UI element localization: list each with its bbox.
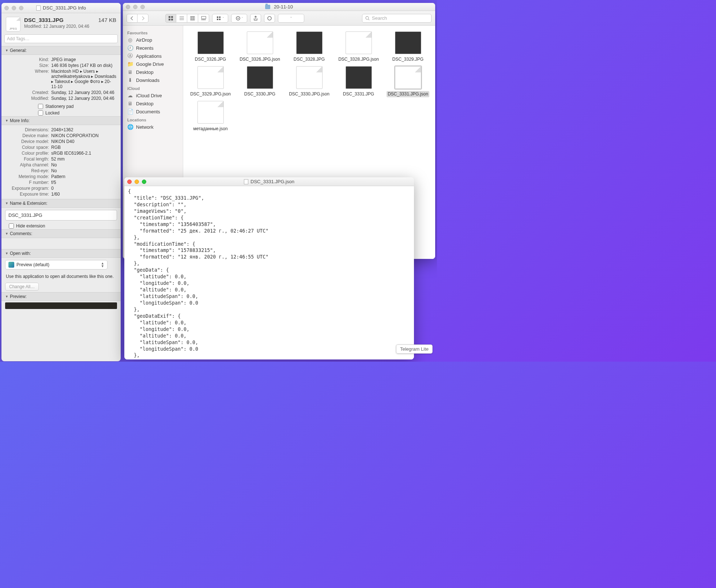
finder-titlebar[interactable]: 20-11-10 <box>123 3 435 11</box>
image-thumbnail-icon <box>395 31 421 54</box>
image-thumbnail-icon <box>197 31 224 54</box>
file-item[interactable]: метаданные.json <box>187 101 234 132</box>
svg-rect-12 <box>203 19 204 20</box>
svg-line-22 <box>368 19 369 20</box>
svg-rect-11 <box>201 19 203 20</box>
folder-icon <box>265 5 270 9</box>
locked-checkbox[interactable]: Locked <box>1 110 121 116</box>
svg-rect-0 <box>169 16 170 18</box>
sidebar-heading-locations: Locations <box>123 116 183 123</box>
file-item[interactable]: DSC_3331.JPG <box>335 66 382 97</box>
file-label: DSC_3328.JPG.json <box>337 56 380 63</box>
window-title: DSC_3331.JPG Info <box>1 5 121 11</box>
open-with-select[interactable]: Preview (default) ▲▼ <box>5 260 108 270</box>
applications-icon: Ⓐ <box>127 53 133 59</box>
sidebar-item-airdrop[interactable]: ◎AirDrop <box>123 36 183 44</box>
search-icon <box>365 16 370 20</box>
airdrop-icon: ◎ <box>127 37 133 43</box>
back-button[interactable] <box>127 14 137 23</box>
info-titlebar[interactable]: DSC_3331.JPG Info <box>1 3 121 13</box>
file-item[interactable]: DSC_3328.JPG <box>286 31 333 63</box>
preview-app-icon <box>8 262 14 268</box>
value-where: Macintosh HD ▸ Users ▸ anzhelikatretyako… <box>51 69 117 89</box>
image-thumbnail-icon <box>346 66 372 89</box>
hide-extension-checkbox[interactable]: Hide extension <box>1 223 121 229</box>
file-item[interactable]: DSC_3329.JPG.json <box>187 66 234 97</box>
sidebar-item-recents[interactable]: 🕘Recents <box>123 44 183 52</box>
sidebar-item-documents[interactable]: 📄Documents <box>123 108 183 116</box>
sidebar-item-desktop-icloud[interactable]: 🖥Desktop <box>123 99 183 108</box>
file-icon: JPEG <box>6 17 20 31</box>
file-item[interactable]: DSC_3330.JPG.json <box>286 66 333 97</box>
file-label: DSC_3331.JPG.json <box>387 91 429 97</box>
document-thumbnail-icon <box>346 31 372 54</box>
textedit-window: DSC_3331.JPG.json { "title": "DSC_3331.J… <box>124 177 414 359</box>
search-placeholder: Search <box>372 15 387 21</box>
image-thumbnail-icon <box>296 31 323 54</box>
sidebar-item-gdrive[interactable]: 📁Google Drive <box>123 60 183 68</box>
svg-rect-14 <box>217 16 218 18</box>
desktop-icon: 🖥 <box>127 101 133 106</box>
document-thumbnail-icon <box>197 66 224 89</box>
svg-point-21 <box>366 16 369 19</box>
file-item[interactable]: DSC_3331.JPG.json <box>384 66 432 97</box>
label-size: Size: <box>5 63 49 68</box>
file-item[interactable]: DSC_3330.JPG <box>236 66 283 97</box>
svg-rect-15 <box>219 16 221 18</box>
section-open-with[interactable]: ▼Open with: <box>1 249 121 258</box>
section-preview[interactable]: ▼Preview: <box>1 292 121 301</box>
sidebar-item-iclouddrive[interactable]: ☁iCloud Drive <box>123 91 183 99</box>
dropdown-button[interactable]: ˇ <box>278 14 304 23</box>
share-button[interactable] <box>250 14 261 23</box>
stationery-checkbox[interactable]: Stationery pad <box>1 103 121 110</box>
disclosure-triangle-icon: ▼ <box>5 49 8 52</box>
network-icon: 🌐 <box>127 124 133 130</box>
view-gallery-button[interactable] <box>198 14 209 23</box>
disclosure-triangle-icon: ▼ <box>5 201 8 205</box>
file-label: DSC_3331.JPG <box>342 91 375 97</box>
textedit-titlebar[interactable]: DSC_3331.JPG.json <box>124 177 414 186</box>
svg-rect-10 <box>201 16 206 19</box>
view-icon-button[interactable] <box>165 14 176 23</box>
arrange-button[interactable]: ˇ <box>212 14 228 23</box>
document-icon <box>36 5 41 11</box>
file-item[interactable]: DSC_3326.JPG <box>187 31 234 63</box>
view-list-button[interactable] <box>176 14 187 23</box>
section-general[interactable]: ▼General: <box>1 46 121 55</box>
document-thumbnail-icon <box>247 31 273 54</box>
value-size: 146 836 bytes (147 KB on disk) <box>51 63 117 68</box>
cloud-icon: ☁ <box>127 93 133 98</box>
search-input[interactable]: Search <box>362 14 432 23</box>
file-item[interactable]: DSC_3328.JPG.json <box>335 31 382 63</box>
section-comments[interactable]: ▼Comments: <box>1 229 121 238</box>
telegram-badge[interactable]: Telegram Lite <box>396 344 433 354</box>
svg-rect-1 <box>171 16 173 18</box>
value-created: Sunday, 12 January 2020, 04:46 <box>51 90 117 95</box>
sidebar-item-network[interactable]: 🌐Network <box>123 123 183 131</box>
sidebar-item-desktop[interactable]: 🖥Desktop <box>123 68 183 76</box>
svg-point-20 <box>268 16 271 20</box>
disclosure-triangle-icon: ▼ <box>5 232 8 235</box>
forward-button[interactable] <box>137 14 148 23</box>
change-all-button[interactable]: Change All… <box>5 283 39 291</box>
section-name-ext[interactable]: ▼Name & Extension: <box>1 199 121 208</box>
file-label: DSC_3326.JPG.json <box>238 56 281 63</box>
sidebar-item-applications[interactable]: ⒶApplications <box>123 52 183 60</box>
svg-rect-2 <box>169 19 170 20</box>
view-column-button[interactable] <box>187 14 198 23</box>
file-item[interactable]: DSC_3329.JPG <box>384 31 432 63</box>
name-extension-input[interactable]: DSC_3331.JPG <box>5 210 117 220</box>
action-button[interactable]: ˇ <box>231 14 247 23</box>
text-content[interactable]: { "title": "DSC_3331.JPG", "description"… <box>124 186 414 359</box>
file-label: DSC_3326.JPG <box>194 56 227 63</box>
sidebar-item-downloads[interactable]: ⬇Downloads <box>123 76 183 84</box>
select-arrows-icon: ▲▼ <box>101 262 104 268</box>
value-modified: Sunday, 12 January 2020, 04:46 <box>51 96 117 101</box>
tags-input[interactable]: Add Tags… <box>4 34 118 43</box>
file-size: 147 KB <box>98 17 116 31</box>
file-item[interactable]: DSC_3326.JPG.json <box>236 31 283 63</box>
section-more-info[interactable]: ▼More Info: <box>1 116 121 125</box>
value-kind: JPEG image <box>51 57 117 62</box>
label-where: Where: <box>5 69 49 89</box>
tags-button[interactable] <box>264 14 275 23</box>
